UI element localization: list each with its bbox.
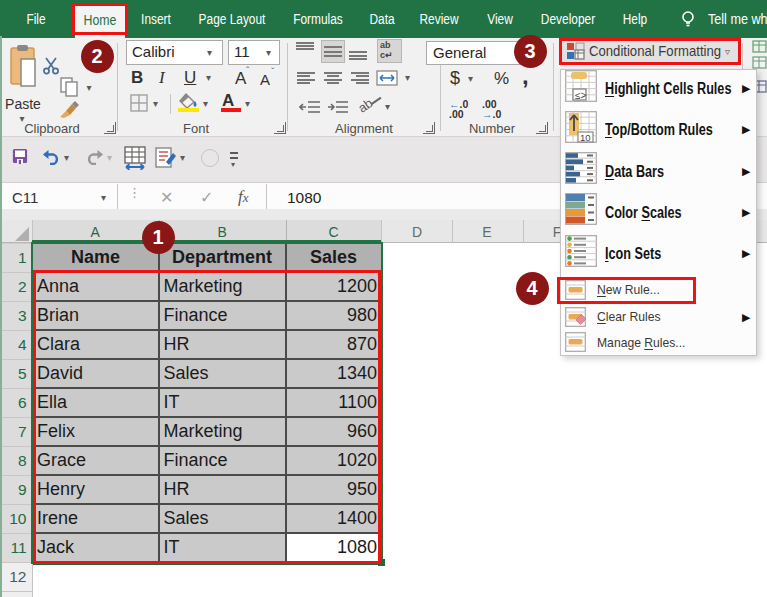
svg-text:≤>: ≤> <box>575 89 586 100</box>
svg-text:10: 10 <box>580 131 591 142</box>
